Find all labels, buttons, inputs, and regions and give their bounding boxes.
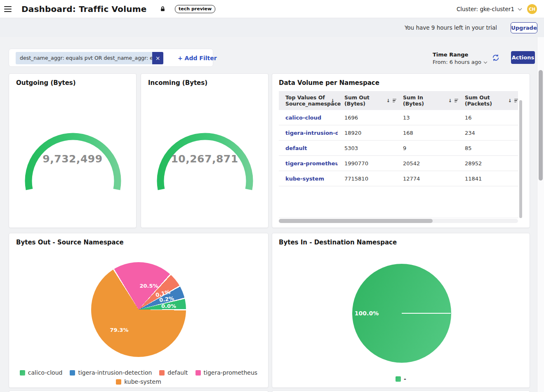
card-data-volume-table: Data Volume per Namespace Top Values Of … [272,73,530,228]
cell-sum-out-packets: 16 [458,115,518,121]
legend-item-calico-cloud[interactable]: calico-cloud [20,369,63,376]
cell-sum-in-bytes: 9 [396,145,458,151]
column-header-sum-out-bytes[interactable]: Sum Out (Bytes) ↓ [338,94,396,107]
filter-chip-close-icon[interactable]: × [152,52,163,64]
actions-button[interactable]: Actions [511,51,535,64]
cell-sum-out-bytes: 5303 [338,145,396,151]
card-title: Bytes Out - Source Namespace [16,239,124,246]
time-range-value: From: 6 hours ago [433,59,481,65]
sort-amount-icon: ↓ [508,98,512,103]
cell-sum-in-bytes: 12774 [396,176,458,182]
sort-bars-icon [455,99,458,103]
filter-chip[interactable]: dest_name_aggr: equals pvt OR dest_name_… [16,52,163,64]
card-bytes-in-pie: Bytes In - Destination Namespace 100.0% … [272,233,530,388]
namespace-link[interactable]: default [279,145,338,151]
table-row: kube-system 7715810 12774 11841 [279,171,518,186]
column-header-sum-in-bytes[interactable]: Sum In (Bytes) ↓ [396,94,458,107]
slice-label-calico-cloud: 0.0% [161,303,176,309]
cell-sum-out-packets: 11841 [458,176,518,182]
legend-swatch-pink [195,370,201,376]
cell-sum-in-bytes: 13 [396,115,458,121]
bytes-in-legend: - [272,376,530,382]
card-title: Data Volume per Namespace [279,79,379,87]
namespace-table: Top Values Of Source_namespace ↓ Sum Out… [279,91,518,218]
page-scrollbar[interactable] [539,70,543,181]
pie-slice-divider [402,313,451,314]
next-row-card-edge [9,390,268,392]
sort-desc-icon: ↓ [331,98,334,103]
next-row-card-edge [272,390,530,392]
sort-amount-icon: ↓ [386,98,390,103]
chevron-down-icon [484,60,487,63]
refresh-icon[interactable] [492,54,500,62]
lock-icon [160,6,166,14]
card-incoming-bytes: Incoming (Bytes) 10,267,871 [141,73,268,228]
tech-preview-badge: tech preview [175,5,215,13]
card-bytes-out-pie: Bytes Out - Source Namespace 20.5% 0.1% … [9,233,268,388]
cell-sum-out-bytes: 18920 [338,130,396,136]
chevron-down-icon [518,6,522,10]
table-horizontal-scrollbar-track [279,219,518,223]
cell-sum-out-bytes: 7715810 [338,176,396,182]
trial-banner: You have 9 hours left in your trial Upgr… [0,18,544,37]
table-header-row: Top Values Of Source_namespace ↓ Sum Out… [279,91,518,110]
namespace-link[interactable]: calico-cloud [279,115,338,121]
sort-amount-icon: ↓ [448,98,452,103]
card-title: Bytes In - Destination Namespace [279,239,397,246]
time-range-dropdown[interactable]: From: 6 hours ago [433,59,487,65]
column-header-source-namespace[interactable]: Top Values Of Source_namespace ↓ [279,94,338,107]
cell-sum-out-packets: 28952 [458,160,518,167]
sort-bars-icon [514,99,518,103]
gauge-value: 10,267,871 [141,153,268,165]
legend-swatch-green [20,370,25,376]
page-scrollbar-track [537,37,544,392]
legend-item-dash[interactable]: - [396,376,406,382]
slice-label-100pct: 100.0% [355,310,379,317]
cluster-selector[interactable]: Cluster: gke-cluster1 [457,6,521,12]
cell-sum-in-bytes: 20542 [396,160,458,167]
gauge-arc [9,96,137,200]
hamburger-menu-icon[interactable] [4,5,13,14]
filter-chip-label: dest_name_aggr: equals pvt OR dest_name_… [16,52,152,64]
filter-panel: dest_name_aggr: equals pvt OR dest_name_… [9,49,213,67]
legend-swatch-orange [116,379,121,385]
slice-label-kube-system: 79.3% [110,327,128,333]
page-title: Dashboard: Traffic Volume [21,0,146,18]
cell-sum-out-bytes: 1990770 [338,160,396,167]
add-filter-button[interactable]: + Add Filter [178,49,217,67]
cell-sum-in-bytes: 168 [396,130,458,136]
cluster-selector-label: Cluster: gke-cluster1 [457,6,514,12]
table-row: tigera-prometheus 1990770 20542 28952 [279,156,518,171]
legend-item-tigera-prometheus[interactable]: tigera-prometheus [195,369,258,376]
bytes-out-pie-chart [91,262,186,357]
namespace-link[interactable]: tigera-intrusion-d… [279,130,338,136]
legend-item-kube-system[interactable]: kube-system [116,378,161,385]
cell-sum-out-packets: 234 [458,130,518,136]
legend-swatch-blue [70,370,75,376]
legend-swatch-green [396,376,401,382]
avatar[interactable]: CH [527,4,537,14]
trial-message: You have 9 hours left in your trial [405,18,497,37]
top-bar: Dashboard: Traffic Volume tech preview C… [0,0,544,18]
legend-swatch-salmon [159,370,165,376]
bytes-out-legend: calico-cloud tigera-intrusion-detection … [9,369,268,385]
card-title: Incoming (Bytes) [148,79,207,87]
legend-item-tigera-intrusion-detection[interactable]: tigera-intrusion-detection [70,369,152,376]
table-vertical-scrollbar[interactable] [519,100,522,218]
sort-bars-icon [393,99,396,103]
column-header-sum-out-packets[interactable]: Sum Out (Packets) ↓ [458,94,518,107]
table-horizontal-scrollbar[interactable] [279,219,433,223]
namespace-link[interactable]: tigera-prometheus [279,160,338,167]
legend-item-default[interactable]: default [159,369,188,376]
table-row: tigera-intrusion-d… 18920 168 234 [279,125,518,141]
gauge-value: 9,732,499 [9,153,136,165]
namespace-link[interactable]: kube-system [279,176,338,182]
cell-sum-out-packets: 85 [458,145,518,151]
table-row: default 5303 9 85 [279,141,518,156]
card-outgoing-bytes: Outgoing (Bytes) 9,732,499 [9,73,137,228]
time-range-label: Time Range [433,52,468,58]
table-row: calico-cloud 1696 13 16 [279,110,518,125]
upgrade-button[interactable]: Upgrade [511,22,537,33]
card-title: Outgoing (Bytes) [16,79,76,87]
cell-sum-out-bytes: 1696 [338,115,396,121]
